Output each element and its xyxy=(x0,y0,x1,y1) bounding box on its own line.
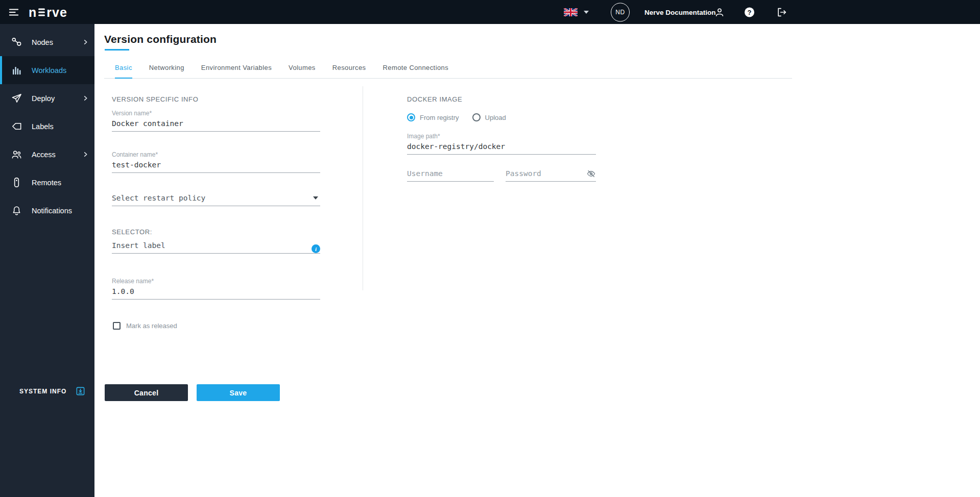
brand-text-suffix: rve xyxy=(46,6,67,18)
restart-policy-field: Select restart policy xyxy=(112,192,320,206)
from-registry-label: From registry xyxy=(420,114,459,121)
system-info-icon xyxy=(76,386,85,396)
mark-as-released-checkbox-row[interactable]: Mark as released xyxy=(113,322,177,330)
avatar-initials: ND xyxy=(615,9,625,16)
column-divider xyxy=(363,86,363,290)
image-path-label: Image path* xyxy=(407,133,596,140)
workloads-icon xyxy=(10,64,22,76)
help-glyph: ? xyxy=(745,7,754,17)
brand-text-prefix: n xyxy=(29,6,37,18)
checkbox-icon[interactable] xyxy=(113,322,121,330)
container-name-label: Container name* xyxy=(112,151,320,158)
restart-policy-select[interactable]: Select restart policy xyxy=(112,192,320,206)
selector-label-input[interactable]: Insert label xyxy=(112,240,320,254)
sidebar-item-notifications[interactable]: Notifications xyxy=(0,196,94,225)
page-title: Version configuration xyxy=(104,33,217,45)
tab-remote-connections[interactable]: Remote Connections xyxy=(383,64,448,78)
label-tag-icon xyxy=(10,120,22,132)
help-icon[interactable]: ? xyxy=(745,7,754,17)
tab-volumes[interactable]: Volumes xyxy=(289,64,316,78)
deploy-icon xyxy=(10,92,22,104)
brand-e-icon xyxy=(38,8,45,16)
password-input[interactable]: Password xyxy=(506,168,596,182)
sidebar-item-access[interactable]: Access xyxy=(0,140,94,168)
version-name-label: Version name* xyxy=(112,110,320,117)
users-icon xyxy=(10,148,22,160)
sidebar-item-nodes[interactable]: Nodes xyxy=(0,28,94,56)
image-path-input[interactable]: docker-registry/docker xyxy=(407,141,596,155)
tab-bar: Basic Networking Environment Variables V… xyxy=(104,64,792,79)
release-name-input[interactable]: 1.0.0 xyxy=(112,286,320,300)
brand-logo: n rve xyxy=(29,6,67,18)
username-input[interactable]: Username xyxy=(407,168,494,182)
selector-label-field: Insert label i xyxy=(112,240,320,254)
mark-as-released-label: Mark as released xyxy=(126,322,177,330)
radio-selected-icon[interactable] xyxy=(407,113,415,121)
section-docker-image: DOCKER IMAGE xyxy=(407,95,462,103)
tab-environment-variables[interactable]: Environment Variables xyxy=(201,64,272,78)
info-icon[interactable]: i xyxy=(312,244,320,253)
system-info-label: SYSTEM INFO xyxy=(19,388,66,395)
uk-flag-icon xyxy=(564,8,578,16)
chevron-right-icon xyxy=(83,152,88,157)
menu-icon[interactable] xyxy=(8,7,19,18)
tab-resources[interactable]: Resources xyxy=(332,64,366,78)
sidebar-item-label: Notifications xyxy=(32,207,72,215)
sidebar-item-label: Deploy xyxy=(32,94,55,103)
sidebar: Nodes Workloads Deploy Labels xyxy=(0,24,94,497)
sidebar-item-label: Remotes xyxy=(32,179,61,187)
sidebar-item-workloads[interactable]: Workloads xyxy=(0,56,94,84)
version-name-input[interactable]: Docker container xyxy=(112,118,320,132)
release-name-label: Release name* xyxy=(112,278,320,285)
password-field: Password xyxy=(506,168,596,182)
sidebar-item-label: Access xyxy=(32,151,56,159)
section-selector: SELECTOR: xyxy=(112,228,152,236)
chevron-down-icon xyxy=(584,11,589,14)
language-selector[interactable] xyxy=(564,8,589,16)
main-content: Version configuration Basic Networking E… xyxy=(94,24,980,497)
container-name-input[interactable]: test-docker xyxy=(112,159,320,173)
eye-off-icon[interactable] xyxy=(586,169,596,179)
title-accent-underline xyxy=(105,49,129,51)
upload-label: Upload xyxy=(485,114,506,121)
sidebar-item-label: Workloads xyxy=(32,66,66,74)
sidebar-item-label: Labels xyxy=(32,122,54,131)
release-name-field: Release name* 1.0.0 xyxy=(112,278,320,300)
remote-icon xyxy=(10,177,22,188)
save-button[interactable]: Save xyxy=(197,384,280,401)
tab-basic[interactable]: Basic xyxy=(115,64,132,79)
container-name-field: Container name* test-docker xyxy=(112,151,320,173)
logout-icon[interactable] xyxy=(776,7,787,18)
avatar[interactable]: ND xyxy=(611,3,630,21)
radio-upload[interactable]: Upload xyxy=(472,113,506,121)
section-version-specific-info: VERSION SPECIFIC INFO xyxy=(112,95,198,103)
cancel-button[interactable]: Cancel xyxy=(105,384,188,401)
user-icon[interactable] xyxy=(714,7,725,18)
image-source-radio-group: From registry Upload xyxy=(407,113,506,121)
sidebar-item-deploy[interactable]: Deploy xyxy=(0,84,94,112)
radio-unselected-icon[interactable] xyxy=(472,113,481,121)
bell-icon xyxy=(10,205,22,216)
chevron-right-icon xyxy=(83,95,88,101)
nodes-icon xyxy=(10,36,22,48)
radio-from-registry[interactable]: From registry xyxy=(407,113,459,121)
sidebar-item-remotes[interactable]: Remotes xyxy=(0,168,94,196)
image-path-field: Image path* docker-registry/docker xyxy=(407,133,596,155)
select-caret-icon[interactable] xyxy=(313,196,318,200)
system-info-button[interactable]: SYSTEM INFO xyxy=(0,386,94,396)
sidebar-item-label: Nodes xyxy=(32,38,53,46)
sidebar-item-labels[interactable]: Labels xyxy=(0,112,94,140)
version-name-field: Version name* Docker container xyxy=(112,110,320,132)
docs-link[interactable]: Nerve Documentation xyxy=(644,8,716,16)
username-field: Username xyxy=(407,168,494,182)
top-bar: n rve ND Nerve Documentation ? xyxy=(0,0,980,24)
chevron-right-icon xyxy=(83,39,88,45)
tab-networking[interactable]: Networking xyxy=(149,64,184,78)
